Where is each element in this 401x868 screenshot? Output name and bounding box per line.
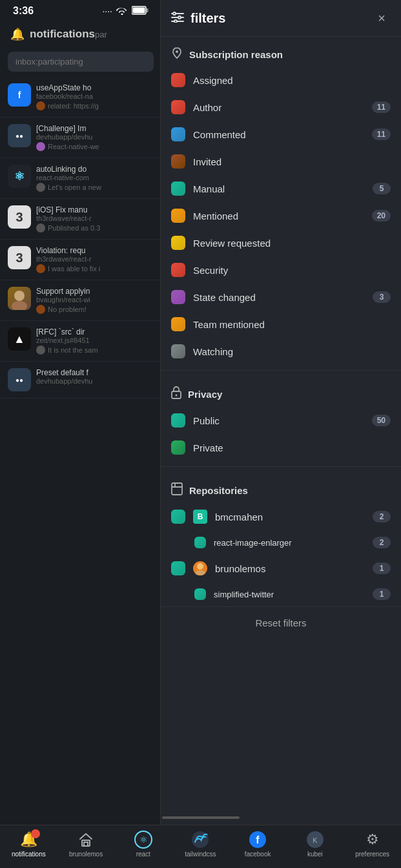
notification-item-7[interactable]: ▲ [RFC] `src` dir zeit/next.js#8451 It i… [0,321,161,362]
invited-color-dot [171,154,185,169]
filter-item-mentioned[interactable]: Mentioned 20 [161,202,401,229]
privacy-title: Privacy [188,389,222,400]
filter-item-author[interactable]: Author 11 [161,94,401,121]
mentioned-badge: 20 [372,210,391,222]
repo-icon [171,482,183,498]
team-mentioned-label: Team mentioned [193,319,265,330]
tab-bar: 🔔 notifications brunolemos ⚛ react [0,825,401,868]
notif-bottom-1: related: https://g [36,101,154,110]
notification-item-1[interactable]: f useAppState ho facebook/react-na relat… [0,77,161,118]
filter-item-assigned[interactable]: Assigned [161,67,401,94]
svg-text:K: K [313,836,318,844]
notif-sub-6: bvaughn/react-wi [36,296,154,304]
svg-text:f: f [256,834,260,845]
watching-label: Watching [193,346,233,357]
filter-item-invited[interactable]: Invited [161,148,401,175]
avatar-th3rdwave-1: 3 [8,205,31,229]
svg-point-18 [195,570,205,575]
notification-item-6[interactable]: Support applyin bvaughn/react-wi No prob… [0,280,161,321]
filter-item-watching[interactable]: Watching [161,338,401,365]
tab-preferences[interactable]: ⚙ preferences [355,831,390,858]
notif-comment-6: No problem! [48,305,87,313]
filter-sliders-icon [171,11,184,26]
filter-item-state-changed[interactable]: State changed 3 [161,284,401,311]
comment-avatar-2 [36,142,45,151]
mentioned-label: Mentioned [193,211,238,222]
notif-sub-8: devhubapp/devhu [36,377,154,385]
notif-title-2: [Challenge] Im [36,124,154,133]
tab-kubei-icon: K [306,831,324,849]
notification-item-4[interactable]: 3 [iOS] Fix manu th3rdwave/react-r Publi… [0,199,161,240]
tab-brunolemos[interactable]: brunolemos [68,831,104,858]
tab-brunolemos-icon [77,831,95,849]
notif-sub-3: react-native-com [36,174,154,181]
svg-point-13 [176,395,178,397]
review-requested-label: Review requested [193,238,271,249]
filter-item-brunolemos[interactable]: brunolemos 1 [161,555,401,582]
filter-item-private[interactable]: Private [161,434,401,461]
svg-point-17 [197,563,203,570]
search-bar[interactable]: inbox:participating [8,52,154,72]
filter-item-manual[interactable]: Manual 5 [161,175,401,202]
search-bar-text: inbox:participating [15,57,83,67]
avatar-devhub2: ●● [8,368,31,391]
notif-comment-2: React-native-we [48,143,99,150]
filter-item-commented[interactable]: Commented 11 [161,121,401,148]
tab-facebook[interactable]: f facebook [240,831,276,858]
filter-item-bmcmahen-left: B bmcmahen [171,510,263,524]
react-image-enlarger-label: react-image-enlarger [214,538,292,548]
filter-item-react-image-left: react-image-enlarger [194,537,292,548]
filter-item-assigned-left: Assigned [171,73,233,87]
avatar-devhub: ●● [8,124,31,147]
tab-facebook-icon: f [249,831,267,849]
privacy-icon [171,386,181,402]
tab-kubei[interactable]: K kubei [297,831,333,858]
filter-item-private-left: Private [171,440,223,455]
svg-point-11 [176,50,178,53]
close-button[interactable]: × [373,9,391,27]
bmcmahen-active-dot [171,510,185,524]
repositories-title: Repositories [189,485,248,496]
status-bar: 3:36 ···· [0,0,161,22]
notif-content-8: Preset default f devhubapp/devhu [36,368,154,385]
reset-filters-button[interactable]: Reset filters [161,606,401,639]
author-label: Author [193,102,221,113]
avatar-th3rdwave-2: 3 [8,246,31,269]
notification-item-2[interactable]: ●● [Challenge] Im devhubapp/devhu React-… [0,118,161,158]
svg-text:⚛: ⚛ [139,834,147,845]
notification-item-8[interactable]: ●● Preset default f devhubapp/devhu [0,362,161,398]
filter-item-public[interactable]: Public 50 [161,407,401,434]
bmcmahen-badge: 2 [373,511,391,522]
notif-bottom-2: React-native-we [36,142,154,151]
avatar-react: ⚛ [8,165,31,188]
notification-item-3[interactable]: ⚛ autoLinking do react-native-com Let's … [0,158,161,199]
reset-filters-label: Reset filters [255,617,306,628]
manual-color-dot [171,181,185,196]
author-badge: 11 [372,101,391,113]
app-title: notifications [30,28,95,41]
tab-preferences-label: preferences [355,851,389,858]
filter-item-react-image-enlarger[interactable]: react-image-enlarger 2 [161,530,401,555]
filter-overlay: filters × Subscription reason Assigned [160,0,401,868]
filter-item-team-left: Team mentioned [171,317,265,331]
filter-item-brunolemos-left: brunolemos [171,561,265,575]
filter-item-team-mentioned[interactable]: Team mentioned [161,311,401,338]
filter-item-mentioned-left: Mentioned [171,209,238,223]
notification-item-5[interactable]: 3 Violation: requ th3rdwave/react-r I wa… [0,240,161,280]
notif-content-4: [iOS] Fix manu th3rdwave/react-r Publish… [36,205,154,232]
filter-item-simplified-twitter[interactable]: simplified-twitter 1 [161,582,401,606]
private-label: Private [193,442,223,453]
tab-tailwindcss[interactable]: tailwindcss [183,831,218,858]
filter-item-bmcmahen[interactable]: B bmcmahen 2 [161,503,401,530]
filter-item-security-left: Security [171,263,228,277]
tab-notifications[interactable]: 🔔 notifications [11,831,46,858]
notif-content-2: [Challenge] Im devhubapp/devhu React-nat… [36,124,154,151]
filter-item-commented-left: Commented [171,127,246,141]
filter-item-review-requested[interactable]: Review requested [161,229,401,256]
filter-item-security[interactable]: Security [161,256,401,284]
tab-notifications-icon: 🔔 [19,831,37,849]
comment-avatar-1 [36,101,45,110]
comment-avatar-5 [36,264,45,273]
bmcmahen-label: bmcmahen [215,512,263,522]
tab-react[interactable]: ⚛ react [125,831,161,858]
